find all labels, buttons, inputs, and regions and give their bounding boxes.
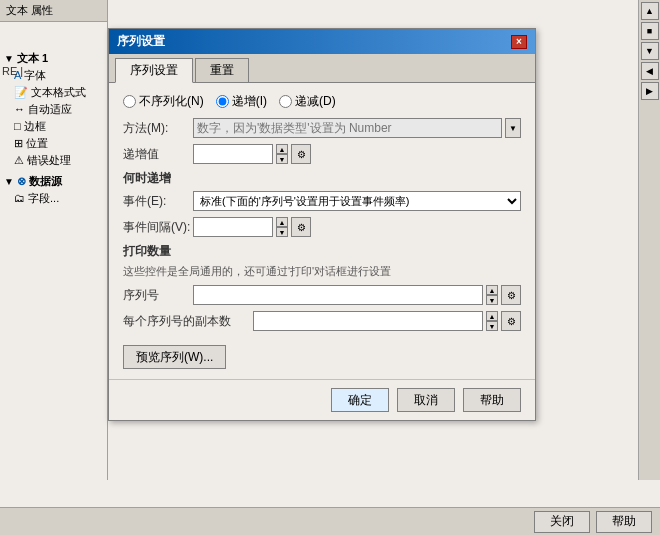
sequence-radio-group: 不序列化(N) 递增(I) 递减(D) bbox=[123, 93, 521, 110]
help-bottom-button[interactable]: 帮助 bbox=[596, 511, 652, 533]
toolbar-btn-4[interactable]: ◀ bbox=[641, 62, 659, 80]
print-section-header: 打印数量 bbox=[123, 243, 521, 260]
serial-num-down[interactable]: ▼ bbox=[486, 295, 498, 305]
event-row: 事件(E): 标准(下面的'序列号'设置用于设置事件频率) bbox=[123, 191, 521, 211]
increment-up[interactable]: ▲ bbox=[276, 144, 288, 154]
increment-input[interactable]: 2 bbox=[193, 144, 273, 164]
interval-control: 1 ▲ ▼ ⚙ bbox=[193, 217, 521, 237]
interval-up[interactable]: ▲ bbox=[276, 217, 288, 227]
toolbar-btn-1[interactable]: ▲ bbox=[641, 2, 659, 20]
interval-spinner: ▲ ▼ bbox=[276, 217, 288, 237]
copies-input[interactable]: 1 bbox=[253, 311, 483, 331]
tree-item-autoadapt[interactable]: ↔ 自动适应 bbox=[0, 101, 107, 118]
datasource-icon: ⊗ bbox=[17, 175, 26, 187]
serial-num-input[interactable]: 1 bbox=[193, 285, 483, 305]
tree-item-position[interactable]: ⊞ 位置 bbox=[0, 135, 107, 152]
close-button[interactable]: 关闭 bbox=[534, 511, 590, 533]
preview-button[interactable]: 预览序列(W)... bbox=[123, 345, 226, 369]
radio-none[interactable]: 不序列化(N) bbox=[123, 93, 204, 110]
serial-dialog: 序列设置 × 序列设置 重置 不序列化(N) 递增(I) 递减(D) 方法(M)… bbox=[108, 28, 536, 421]
serial-num-control: 1 ▲ ▼ ⚙ bbox=[193, 285, 521, 305]
interval-settings-btn[interactable]: ⚙ bbox=[291, 217, 311, 237]
tree-item-textformat[interactable]: 📝 文本格式式 bbox=[0, 84, 107, 101]
dialog-close-button[interactable]: × bbox=[511, 35, 527, 49]
radio-increase[interactable]: 递增(I) bbox=[216, 93, 267, 110]
tab-reset[interactable]: 重置 bbox=[195, 58, 249, 82]
increment-row: 递增值 2 ▲ ▼ ⚙ bbox=[123, 144, 521, 164]
increment-label: 递增值 bbox=[123, 146, 193, 163]
interval-row: 事件间隔(V): 1 ▲ ▼ ⚙ bbox=[123, 217, 521, 237]
copies-up[interactable]: ▲ bbox=[486, 311, 498, 321]
method-dropdown[interactable]: ▼ bbox=[505, 118, 521, 138]
copies-control: 1 ▲ ▼ ⚙ bbox=[253, 311, 521, 331]
interval-label: 事件间隔(V): bbox=[123, 219, 193, 236]
increment-settings-btn[interactable]: ⚙ bbox=[291, 144, 311, 164]
serial-num-label: 序列号 bbox=[123, 287, 193, 304]
copies-down[interactable]: ▼ bbox=[486, 321, 498, 331]
left-panel-title: 文本 属性 bbox=[0, 0, 107, 22]
re-label: RE | bbox=[2, 65, 23, 77]
serial-num-up[interactable]: ▲ bbox=[486, 285, 498, 295]
right-toolbar: ▲ ■ ▼ ◀ ▶ bbox=[638, 0, 660, 480]
event-control: 标准(下面的'序列号'设置用于设置事件频率) bbox=[193, 191, 521, 211]
copies-label: 每个序列号的副本数 bbox=[123, 313, 253, 330]
field-icon: 🗂 bbox=[14, 192, 25, 204]
border-icon: □ bbox=[14, 120, 21, 132]
method-label: 方法(M): bbox=[123, 120, 193, 137]
interval-input[interactable]: 1 bbox=[193, 217, 273, 237]
serial-num-spinner: ▲ ▼ bbox=[486, 285, 498, 305]
autoadapt-icon: ↔ bbox=[14, 103, 25, 115]
increment-spinner: ▲ ▼ bbox=[276, 144, 288, 164]
bottom-bar: 关闭 帮助 bbox=[0, 507, 660, 535]
dialog-titlebar: 序列设置 × bbox=[109, 29, 535, 54]
left-panel: 文本 属性 RE | ▼ 文本 1 A 字体 📝 文本格式式 ↔ 自动适应 □ … bbox=[0, 0, 108, 480]
tree-item-datasource[interactable]: ▼ ⊗ 数据源 bbox=[0, 173, 107, 190]
event-select[interactable]: 标准(下面的'序列号'设置用于设置事件频率) bbox=[193, 191, 521, 211]
textformat-icon: 📝 bbox=[14, 86, 28, 98]
tab-serial-settings[interactable]: 序列设置 bbox=[115, 58, 193, 83]
method-input bbox=[193, 118, 502, 138]
tree-item-errorhandle[interactable]: ⚠ 错误处理 bbox=[0, 152, 107, 169]
help-dialog-button[interactable]: 帮助 bbox=[463, 388, 521, 412]
tree-item-field[interactable]: 🗂 字段... bbox=[0, 190, 107, 207]
serial-num-settings-btn[interactable]: ⚙ bbox=[501, 285, 521, 305]
event-label: 事件(E): bbox=[123, 193, 193, 210]
when-section-header: 何时递增 bbox=[123, 170, 521, 187]
serial-num-row: 序列号 1 ▲ ▼ ⚙ bbox=[123, 285, 521, 305]
print-section-note: 这些控件是全局通用的，还可通过'打印'对话框进行设置 bbox=[123, 264, 521, 279]
interval-down[interactable]: ▼ bbox=[276, 227, 288, 237]
toolbar-btn-5[interactable]: ▶ bbox=[641, 82, 659, 100]
copies-spinner: ▲ ▼ bbox=[486, 311, 498, 331]
position-icon: ⊞ bbox=[14, 137, 23, 149]
dialog-title: 序列设置 bbox=[117, 33, 165, 50]
copies-settings-btn[interactable]: ⚙ bbox=[501, 311, 521, 331]
copies-row: 每个序列号的副本数 1 ▲ ▼ ⚙ bbox=[123, 311, 521, 331]
dialog-tabs: 序列设置 重置 bbox=[109, 54, 535, 83]
cancel-button[interactable]: 取消 bbox=[397, 388, 455, 412]
error-icon: ⚠ bbox=[14, 154, 24, 166]
dialog-footer: 确定 取消 帮助 bbox=[109, 379, 535, 420]
radio-decrease[interactable]: 递减(D) bbox=[279, 93, 336, 110]
increment-down[interactable]: ▼ bbox=[276, 154, 288, 164]
toolbar-btn-3[interactable]: ▼ bbox=[641, 42, 659, 60]
method-control: ▼ bbox=[193, 118, 521, 138]
tree-item-border[interactable]: □ 边框 bbox=[0, 118, 107, 135]
increment-control: 2 ▲ ▼ ⚙ bbox=[193, 144, 521, 164]
ok-button[interactable]: 确定 bbox=[331, 388, 389, 412]
toolbar-btn-2[interactable]: ■ bbox=[641, 22, 659, 40]
method-row: 方法(M): ▼ bbox=[123, 118, 521, 138]
dialog-body: 不序列化(N) 递增(I) 递减(D) 方法(M): ▼ 递增值 2 bbox=[109, 83, 535, 379]
